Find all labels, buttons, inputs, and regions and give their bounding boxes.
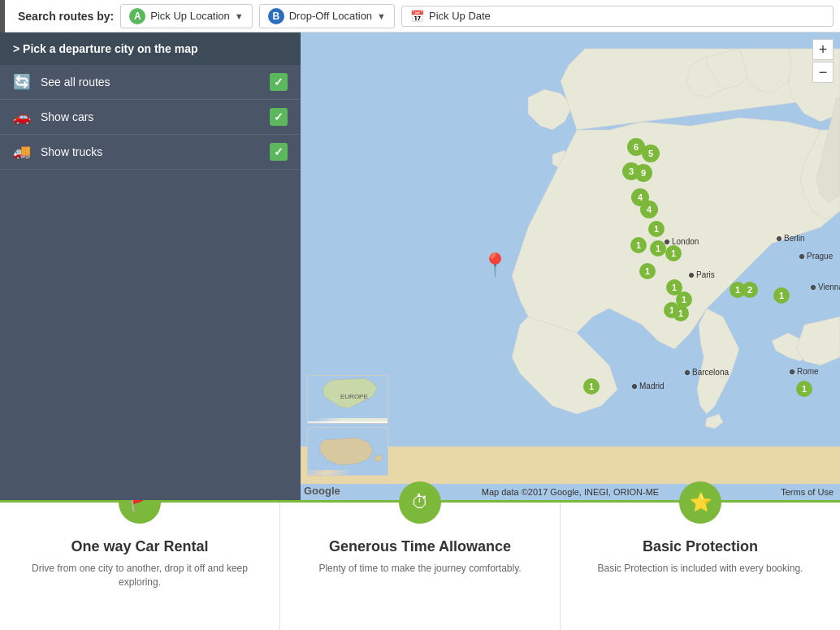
cluster-1j[interactable]: 1 [730, 282, 746, 298]
header-bar: Search routes by: A Pick Up Location ▼ B… [0, 0, 840, 32]
search-label: Search routes by: [18, 10, 114, 23]
car-icon: 🚗 [13, 108, 31, 126]
show-trucks-label: Show trucks [41, 145, 260, 158]
cluster-1l[interactable]: 1 [583, 378, 600, 395]
time-icon-circle: ⏱ [399, 481, 441, 524]
cluster-9[interactable]: 9 [634, 164, 652, 182]
date-label: Pick Up Date [429, 10, 491, 22]
city-prague: Prague [799, 252, 833, 261]
location-pin-icon: 📍 [481, 252, 509, 278]
mini-maps: EUROPE EUROPE [307, 375, 388, 476]
map-controls: + − [812, 39, 834, 83]
cluster-1m[interactable]: 1 [796, 381, 812, 397]
sidebar-item-show-trucks[interactable]: 🚚 Show trucks ✓ [0, 135, 301, 170]
rome-dot [790, 369, 795, 374]
calendar-icon: 📅 [410, 10, 424, 23]
pickup-date-button[interactable]: 📅 Pick Up Date [401, 6, 834, 27]
pickup-chevron-icon: ▼ [235, 11, 244, 21]
barcelona-label: Barcelona [692, 368, 729, 377]
cluster-1i[interactable]: 1 [673, 305, 689, 321]
zoom-out-button[interactable]: − [812, 62, 834, 83]
berlin-dot [777, 236, 782, 241]
routes-icon: 🔄 [13, 73, 31, 91]
time-title: Generous Time Allowance [329, 538, 511, 555]
show-trucks-checkbox[interactable]: ✓ [270, 143, 288, 161]
madrid-dot [632, 384, 637, 389]
sidebar: > Pick a departure city on the map 🔄 See… [0, 32, 301, 500]
prague-label: Prague [807, 252, 833, 261]
protection-title: Basic Protection [643, 538, 758, 555]
madrid-label: Madrid [639, 382, 665, 391]
pickup-circle: A [129, 8, 145, 24]
pickup-location-button[interactable]: A Pick Up Location ▼ [120, 4, 252, 28]
london-label: London [672, 237, 699, 246]
dropoff-label: Drop-Off Location [289, 10, 372, 22]
cluster-1a[interactable]: 1 [648, 221, 665, 237]
city-barcelona: Barcelona [685, 368, 729, 377]
one-way-title: One way Car Rental [71, 538, 208, 555]
cluster-1e[interactable]: 1 [639, 263, 656, 279]
sidebar-title-text: > Pick a departure city on the map [13, 42, 198, 55]
city-vienna: Vienna [811, 283, 840, 291]
pickup-label: Pick Up Location [150, 10, 230, 22]
star-icon: ⭐ [690, 492, 712, 513]
mini-map-europe[interactable]: EUROPE EUROPE [307, 375, 388, 424]
london-dot [665, 239, 669, 244]
rome-label: Rome [797, 367, 819, 376]
protection-icon-circle: ⭐ [679, 481, 721, 524]
show-cars-checkbox[interactable]: ✓ [270, 108, 288, 126]
one-way-desc: Drive from one city to another, drop it … [16, 562, 263, 589]
mini-map-australia[interactable] [307, 427, 388, 476]
main-area: > Pick a departure city on the map 🔄 See… [0, 32, 840, 500]
city-madrid: Madrid [632, 382, 665, 391]
paris-label: Paris [696, 270, 715, 279]
city-paris: Paris [689, 270, 715, 279]
features-section: 🚩 One way Car Rental Drive from one city… [0, 500, 840, 630]
berlin-label: Berlin [784, 234, 805, 243]
truck-icon: 🚚 [13, 143, 31, 161]
vienna-label: Vienna [818, 283, 840, 291]
all-routes-label: See all routes [41, 76, 260, 88]
paris-dot [689, 273, 694, 278]
sidebar-item-show-cars[interactable]: 🚗 Show cars ✓ [0, 100, 301, 135]
prague-dot [799, 254, 804, 259]
vienna-dot [811, 285, 816, 290]
city-rome: Rome [790, 367, 819, 376]
dropoff-circle: B [268, 8, 284, 24]
all-routes-checkbox[interactable]: ✓ [270, 73, 288, 91]
cluster-4b[interactable]: 4 [640, 201, 658, 218]
city-berlin: Berlin [777, 234, 805, 243]
cluster-1d[interactable]: 1 [665, 245, 682, 261]
map-area[interactable]: London Berlin Prague Paris Vienna Budape… [301, 32, 840, 500]
svg-text:EUROPE: EUROPE [340, 393, 368, 400]
feature-protection: ⭐ Basic Protection Basic Protection is i… [561, 503, 840, 630]
map-attribution: Map data ©2017 Google, INEGI, ORION-ME [482, 487, 659, 497]
sidebar-item-all-routes[interactable]: 🔄 See all routes ✓ [0, 65, 301, 100]
cluster-1k[interactable]: 1 [773, 287, 790, 304]
timer-icon: ⏱ [411, 492, 429, 513]
protection-desc: Basic Protection is included with every … [598, 562, 803, 576]
map-terms[interactable]: Terms of Use [781, 487, 834, 497]
sidebar-title[interactable]: > Pick a departure city on the map [0, 32, 301, 65]
time-desc: Plenty of time to make the journey comfo… [318, 562, 521, 576]
city-london: London [665, 237, 699, 246]
dropoff-chevron-icon: ▼ [377, 11, 386, 21]
google-logo: Google [304, 485, 340, 497]
cluster-1c[interactable]: 1 [650, 240, 666, 257]
cluster-1b[interactable]: 1 [630, 237, 647, 253]
cluster-5[interactable]: 5 [642, 145, 660, 162]
dropoff-location-button[interactable]: B Drop-Off Location ▼ [259, 4, 395, 28]
feature-one-way: 🚩 One way Car Rental Drive from one city… [0, 503, 280, 630]
europe-label: EUROPE [308, 421, 388, 424]
zoom-in-button[interactable]: + [812, 39, 834, 60]
barcelona-dot [685, 370, 690, 375]
left-stripe [0, 0, 5, 32]
feature-time: ⏱ Generous Time Allowance Plenty of time… [280, 503, 561, 630]
show-cars-label: Show cars [41, 110, 260, 123]
